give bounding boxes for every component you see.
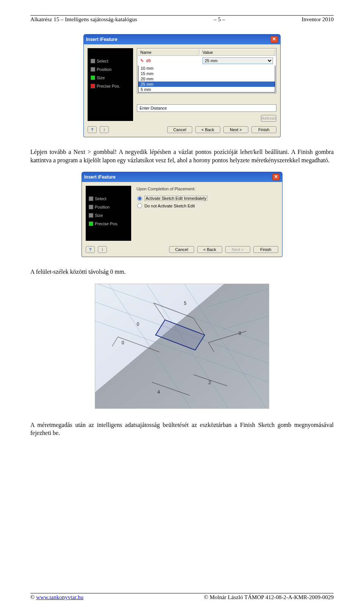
- step-precise: Precise Pos.: [95, 221, 118, 226]
- step-marker-icon: [91, 75, 95, 80]
- svg-line-1: [95, 314, 269, 382]
- svg-line-7: [209, 284, 269, 307]
- col-name[interactable]: Name: [138, 49, 199, 56]
- dim-label: 4: [157, 389, 160, 395]
- close-icon[interactable]: ✕: [270, 36, 278, 43]
- value-dropdown-list[interactable]: 10 mm 15 mm 20 mm 25 mm 5 mm: [138, 66, 275, 93]
- page-header: Alkatrész 15 – Intelligens sajátosság-ka…: [30, 15, 334, 23]
- wizard-steps: Select Position Size Precise Pos.: [86, 186, 131, 241]
- option[interactable]: 15 mm: [138, 71, 275, 76]
- dialog-title: Insert iFeature: [84, 174, 116, 180]
- step-marker-icon: [89, 221, 93, 226]
- paragraph-2: A felület-szélek közötti távolság 0 mm.: [30, 268, 334, 276]
- close-icon[interactable]: ✕: [272, 174, 280, 180]
- refresh-button[interactable]: Refresh: [261, 115, 276, 122]
- option[interactable]: 20 mm: [138, 76, 275, 82]
- value-combo[interactable]: 25 mm: [202, 57, 273, 64]
- info-button[interactable]: i: [100, 126, 109, 133]
- group-label: Upon Completion of Placement:: [135, 186, 278, 192]
- next-button-disabled: Next >: [225, 246, 250, 253]
- step-marker-icon: [91, 59, 95, 63]
- pencil-icon: ✎: [140, 58, 145, 63]
- svg-line-8: [224, 307, 269, 330]
- dialog-title: Insert iFeature: [86, 37, 118, 42]
- insert-ifeature-dialog-precise: Insert iFeature ✕ Select Position Size P…: [82, 172, 282, 257]
- help-button[interactable]: ?: [86, 246, 95, 253]
- dialog-titlebar[interactable]: Insert iFeature ✕: [83, 34, 281, 44]
- dim-label: 0: [137, 321, 140, 326]
- sketch-screenshot: 5 0 0 0 4 2: [95, 284, 269, 409]
- step-marker-icon: [89, 205, 93, 209]
- header-right: Inventor 2010: [301, 16, 334, 23]
- insert-ifeature-dialog-size: Insert iFeature ✕ Select Position Size P…: [83, 34, 281, 137]
- dim-label: 5: [184, 301, 187, 306]
- step-marker-icon: [89, 213, 93, 218]
- option-selected[interactable]: 25 mm: [138, 82, 275, 87]
- back-button[interactable]: < Back: [195, 126, 220, 133]
- cancel-button[interactable]: Cancel: [167, 126, 192, 133]
- table-row[interactable]: ✎ d9 25 mm: [138, 56, 275, 65]
- header-left: Alkatrész 15 – Intelligens sajátosság-ka…: [30, 16, 137, 23]
- page-footer: © www.tankonyvtar.hu © Molnár László TÁM…: [30, 593, 334, 601]
- col-value[interactable]: Value: [200, 49, 275, 56]
- step-position: Position: [95, 205, 110, 209]
- radio-activate-immediately[interactable]: Activate Sketch Edit Immediately: [137, 196, 278, 201]
- dialog-titlebar[interactable]: Insert iFeature ✕: [82, 172, 282, 182]
- paragraph-1: Lépjen tovább a Next > gombbal! A negyed…: [30, 148, 334, 164]
- completion-options: Activate Sketch Edit Immediately Do not …: [137, 196, 278, 208]
- parameters-table[interactable]: Name Value ✎ d9 25 mm 10 mm 15 mm: [137, 48, 276, 94]
- next-button[interactable]: Next >: [223, 126, 248, 133]
- cancel-button[interactable]: Cancel: [169, 246, 194, 253]
- step-precise: Precise Pos.: [97, 84, 120, 88]
- back-button[interactable]: < Back: [197, 246, 222, 253]
- radio-do-not-activate[interactable]: Do not Activate Sketch Edit: [137, 203, 278, 208]
- footer-link[interactable]: www.tankonyvtar.hu: [36, 594, 83, 600]
- param-name: d9: [146, 58, 151, 63]
- header-page: – 5 –: [214, 16, 225, 23]
- step-select: Select: [95, 196, 107, 201]
- svg-marker-9: [155, 320, 204, 350]
- finish-button[interactable]: Finish: [251, 126, 276, 133]
- dim-label: 2: [209, 380, 211, 385]
- option[interactable]: 5 mm: [138, 87, 275, 92]
- step-select: Select: [97, 59, 108, 63]
- option[interactable]: 10 mm: [138, 66, 275, 71]
- step-marker-icon: [91, 84, 95, 88]
- dim-label: 0: [238, 331, 241, 336]
- step-size: Size: [95, 213, 103, 218]
- wizard-steps: Select Position Size Precise Pos.: [88, 48, 133, 121]
- finish-button[interactable]: Finish: [253, 246, 278, 253]
- svg-line-12: [154, 303, 193, 318]
- svg-line-3: [107, 284, 193, 409]
- info-button[interactable]: i: [98, 246, 107, 253]
- step-position: Position: [97, 67, 111, 72]
- step-marker-icon: [89, 196, 93, 201]
- svg-line-14: [112, 337, 118, 346]
- step-marker-icon: [91, 67, 95, 72]
- svg-line-16: [209, 342, 214, 352]
- paragraph-3: A méretmegadás után az intelligens adats…: [30, 421, 334, 437]
- step-size: Size: [97, 75, 105, 80]
- dim-label: 0: [122, 340, 124, 345]
- footer-left: © www.tankonyvtar.hu: [30, 594, 83, 601]
- distance-input[interactable]: [137, 104, 276, 112]
- footer-right: © Molnár László TÁMOP 412-08-2-A-KMR-200…: [204, 594, 334, 601]
- help-button[interactable]: ?: [88, 126, 97, 133]
- svg-line-10: [154, 303, 165, 320]
